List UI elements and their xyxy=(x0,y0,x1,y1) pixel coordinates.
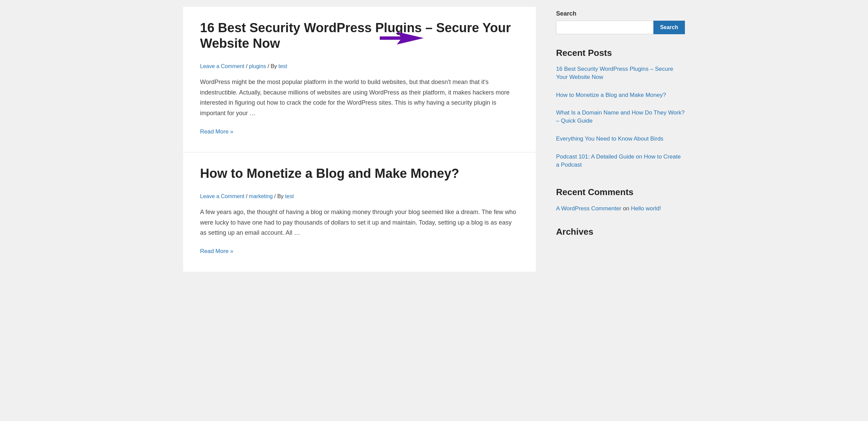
read-more-link[interactable]: Read More » xyxy=(200,128,233,135)
recent-posts-title: Recent Posts xyxy=(556,48,685,58)
post-comment-link[interactable]: Leave a Comment xyxy=(200,193,244,199)
sidebar: Search Search Recent Posts 16 Best Secur… xyxy=(556,7,685,272)
post-excerpt: A few years ago, the thought of having a… xyxy=(200,207,519,238)
recent-post-link[interactable]: What Is a Domain Name and How Do They Wo… xyxy=(556,109,685,124)
recent-comments-section: Recent Comments A WordPress Commenter on… xyxy=(556,187,685,213)
search-input[interactable] xyxy=(556,21,653,34)
meta-separator-1: / xyxy=(246,63,249,69)
post-category-link[interactable]: marketing xyxy=(249,193,273,199)
recent-post-item: 16 Best Security WordPress Plugins – Sec… xyxy=(556,65,685,86)
search-widget-section: Search Search xyxy=(556,10,685,34)
commenter-link[interactable]: A WordPress Commenter xyxy=(556,205,621,212)
page-wrapper: 16 Best Security WordPress Plugins – Sec… xyxy=(170,0,698,278)
post-article: 16 Best Security WordPress Plugins – Sec… xyxy=(183,7,536,152)
main-content: 16 Best Security WordPress Plugins – Sec… xyxy=(183,7,536,272)
post-title: How to Monetize a Blog and Make Money? xyxy=(200,166,459,182)
post-meta: Leave a Comment / marketing / By test xyxy=(200,193,519,199)
arrow-decoration-icon xyxy=(380,31,424,46)
recent-post-link[interactable]: Podcast 101: A Detailed Guide on How to … xyxy=(556,153,681,168)
recent-posts-list: 16 Best Security WordPress Plugins – Sec… xyxy=(556,65,685,173)
post-title-wrapper: How to Monetize a Blog and Make Money? xyxy=(200,166,519,188)
meta-separator-1: / xyxy=(246,193,249,199)
search-button[interactable]: Search xyxy=(653,21,685,34)
search-widget: Search xyxy=(556,21,685,34)
recent-comments-title: Recent Comments xyxy=(556,187,685,197)
post-title-wrapper: 16 Best Security WordPress Plugins – Sec… xyxy=(200,20,519,57)
recent-post-item: Everything You Need to Know About Birds xyxy=(556,135,685,148)
post-author-link[interactable]: test xyxy=(278,63,287,69)
recent-post-link[interactable]: Everything You Need to Know About Birds xyxy=(556,135,664,142)
recent-post-item: What Is a Domain Name and How Do They Wo… xyxy=(556,109,685,130)
post-title: 16 Best Security WordPress Plugins – Sec… xyxy=(200,20,519,51)
archives-title: Archives xyxy=(556,227,685,237)
post-article: How to Monetize a Blog and Make Money? L… xyxy=(183,152,536,272)
recent-post-item: Podcast 101: A Detailed Guide on How to … xyxy=(556,153,685,174)
meta-separator-2: / By xyxy=(268,63,278,69)
read-more-link[interactable]: Read More » xyxy=(200,248,233,254)
post-excerpt: WordPress might be the most popular plat… xyxy=(200,77,519,118)
post-author-link[interactable]: test xyxy=(285,193,294,199)
post-comment-link[interactable]: Leave a Comment xyxy=(200,63,244,69)
posts-container: 16 Best Security WordPress Plugins – Sec… xyxy=(183,7,536,272)
recent-comments-text: A WordPress Commenter on Hello world! xyxy=(556,204,685,213)
commented-post-link[interactable]: Hello world! xyxy=(631,205,661,212)
recent-post-link[interactable]: 16 Best Security WordPress Plugins – Sec… xyxy=(556,66,673,80)
archives-section: Archives xyxy=(556,227,685,237)
post-meta: Leave a Comment / plugins / By test xyxy=(200,63,519,69)
recent-post-item: How to Monetize a Blog and Make Money? xyxy=(556,91,685,104)
post-category-link[interactable]: plugins xyxy=(249,63,266,69)
recent-posts-section: Recent Posts 16 Best Security WordPress … xyxy=(556,48,685,173)
svg-rect-1 xyxy=(380,36,407,40)
search-label: Search xyxy=(556,10,685,17)
meta-separator-2: / By xyxy=(274,193,285,199)
recent-post-link[interactable]: How to Monetize a Blog and Make Money? xyxy=(556,92,666,98)
